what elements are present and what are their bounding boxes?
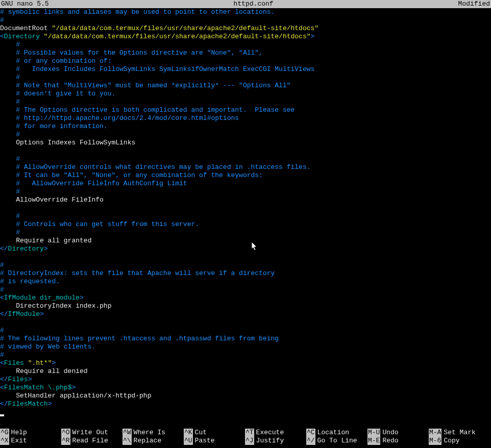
code-line: </Files> bbox=[0, 376, 491, 384]
code-line: <FilesMatch \.php$> bbox=[0, 384, 491, 392]
shortcut-label: Location bbox=[317, 429, 349, 437]
shortcut-key: M-A bbox=[429, 429, 441, 437]
code-line: # or any combination of: bbox=[0, 57, 491, 65]
shortcut-key: ^O bbox=[61, 429, 70, 437]
code-line: # bbox=[0, 229, 491, 237]
code-line: # bbox=[0, 286, 491, 294]
shortcut-key: ^G bbox=[0, 429, 9, 437]
code-line: # Indexes Includes FollowSymLinks SymLin… bbox=[0, 65, 491, 73]
shortcut-label: Copy bbox=[444, 437, 459, 445]
code-line: # bbox=[0, 73, 491, 82]
shortcut-item[interactable]: ^/Go To Line bbox=[306, 437, 367, 445]
code-line: # http://httpd.apache.org/docs/2.4/mod/c… bbox=[0, 114, 491, 122]
code-line: # AllowOverride controls what directives… bbox=[0, 163, 491, 171]
file-name: httpd.conf bbox=[234, 0, 274, 8]
shortcut-key: ^U bbox=[184, 437, 193, 445]
shortcut-label: Exit bbox=[11, 437, 27, 445]
shortcut-key: ^\ bbox=[122, 437, 132, 445]
shortcut-item[interactable]: ^WWhere Is bbox=[122, 429, 184, 437]
shortcut-row-2: ^XExit^RRead File^\Replace^UPaste^JJusti… bbox=[0, 437, 491, 445]
code-line: # bbox=[0, 351, 491, 359]
shortcut-key: ^J bbox=[245, 437, 254, 445]
shortcut-item[interactable]: M-UUndo bbox=[367, 429, 429, 437]
shortcut-item[interactable]: M-6Copy bbox=[429, 437, 490, 445]
shortcut-key: ^X bbox=[0, 437, 9, 445]
shortcut-label: Replace bbox=[134, 437, 162, 445]
code-line: # It can be "All", "None", or any combin… bbox=[0, 171, 491, 180]
code-line: Options Indexes FollowSymLinks bbox=[0, 139, 491, 147]
shortcut-key: ^/ bbox=[306, 437, 315, 445]
shortcut-item[interactable]: ^RRead File bbox=[61, 437, 122, 445]
shortcut-item[interactable]: ^TExecute bbox=[245, 429, 306, 437]
code-line: # bbox=[0, 41, 491, 49]
shortcut-item[interactable]: M-ERedo bbox=[367, 437, 429, 445]
code-line: # for more information. bbox=[0, 122, 491, 131]
code-line: <Directory "/data/data/com.termux/files/… bbox=[0, 33, 491, 41]
code-line bbox=[0, 253, 491, 261]
shortcut-label: Redo bbox=[382, 437, 398, 445]
code-line: # bbox=[0, 212, 491, 220]
text-cursor bbox=[0, 414, 4, 416]
code-line: # bbox=[0, 261, 491, 269]
shortcut-item[interactable]: ^OWrite Out bbox=[61, 429, 122, 437]
code-line: </IfModule> bbox=[0, 310, 491, 318]
modified-status: Modified bbox=[458, 0, 490, 8]
code-line: # bbox=[0, 155, 491, 163]
code-line: # is requested. bbox=[0, 278, 491, 286]
shortcut-key: M-E bbox=[367, 437, 380, 445]
code-line: Require all granted bbox=[0, 237, 491, 245]
code-line: # Note that "MultiViews" must be named *… bbox=[0, 82, 491, 90]
shortcut-key: ^W bbox=[122, 429, 132, 437]
code-line: AllowOverride FileInfo bbox=[0, 196, 491, 204]
shortcut-item[interactable]: ^JJustify bbox=[245, 437, 306, 445]
code-line: </Directory> bbox=[0, 245, 491, 253]
shortcut-label: Paste bbox=[195, 437, 215, 445]
code-line: Require all denied bbox=[0, 367, 491, 376]
shortcut-key: ^C bbox=[306, 429, 315, 437]
code-line bbox=[0, 318, 491, 327]
code-line: # bbox=[0, 98, 491, 106]
shortcut-key: ^R bbox=[61, 437, 70, 445]
code-line: # The following lines prevent .htaccess … bbox=[0, 335, 491, 343]
shortcut-label: Write Out bbox=[72, 429, 108, 437]
code-line bbox=[0, 204, 491, 212]
shortcut-label: Go To Line bbox=[317, 437, 357, 445]
shortcut-row-1: ^GHelp^OWrite Out^WWhere Is^KCut^TExecut… bbox=[0, 429, 491, 437]
code-line: <IfModule dir_module> bbox=[0, 294, 491, 302]
code-line: # viewed by Web clients. bbox=[0, 343, 491, 351]
shortcut-key: ^K bbox=[184, 429, 193, 437]
code-line: # bbox=[0, 188, 491, 196]
editor-area[interactable]: # symbolic links and aliases may be used… bbox=[0, 8, 491, 416]
shortcut-label: Execute bbox=[256, 429, 284, 437]
code-line: # AllowOverride FileInfo AuthConfig Limi… bbox=[0, 180, 491, 188]
shortcut-key: M-U bbox=[367, 429, 380, 437]
shortcut-item[interactable]: M-ASet Mark bbox=[429, 429, 490, 437]
code-line: # doesn't give it to you. bbox=[0, 90, 491, 98]
shortcut-label: Justify bbox=[256, 437, 284, 445]
code-line: DocumentRoot "/data/data/com.termux/file… bbox=[0, 24, 491, 33]
shortcut-item[interactable]: ^CLocation bbox=[306, 429, 367, 437]
code-line: </FilesMatch> bbox=[0, 400, 491, 408]
shortcut-key: M-6 bbox=[429, 437, 441, 445]
code-line: # DirectoryIndex: sets the file that Apa… bbox=[0, 269, 491, 278]
shortcut-label: Read File bbox=[72, 437, 108, 445]
shortcut-label: Cut bbox=[195, 429, 207, 437]
shortcut-item[interactable]: ^XExit bbox=[0, 437, 61, 445]
code-line: # The Options directive is both complica… bbox=[0, 106, 491, 114]
shortcut-bar: ^GHelp^OWrite Out^WWhere Is^KCut^TExecut… bbox=[0, 429, 491, 445]
shortcut-item[interactable]: ^GHelp bbox=[0, 429, 61, 437]
shortcut-item[interactable]: ^UPaste bbox=[184, 437, 245, 445]
shortcut-label: Where Is bbox=[134, 429, 165, 437]
code-line: # symbolic links and aliases may be used… bbox=[0, 8, 491, 16]
shortcut-item[interactable]: ^KCut bbox=[184, 429, 245, 437]
shortcut-item[interactable]: ^\Replace bbox=[122, 437, 184, 445]
code-line: SetHandler application/x-httpd-php bbox=[0, 392, 491, 400]
shortcut-label: Help bbox=[11, 429, 27, 437]
code-line: # bbox=[0, 16, 491, 24]
code-line: DirectoryIndex index.php bbox=[0, 302, 491, 310]
code-line bbox=[0, 147, 491, 155]
shortcut-key: ^T bbox=[245, 429, 254, 437]
app-name: GNU nano 5.5 bbox=[1, 0, 49, 8]
code-line: # Controls who can get stuff from this s… bbox=[0, 220, 491, 229]
code-line: # bbox=[0, 327, 491, 335]
